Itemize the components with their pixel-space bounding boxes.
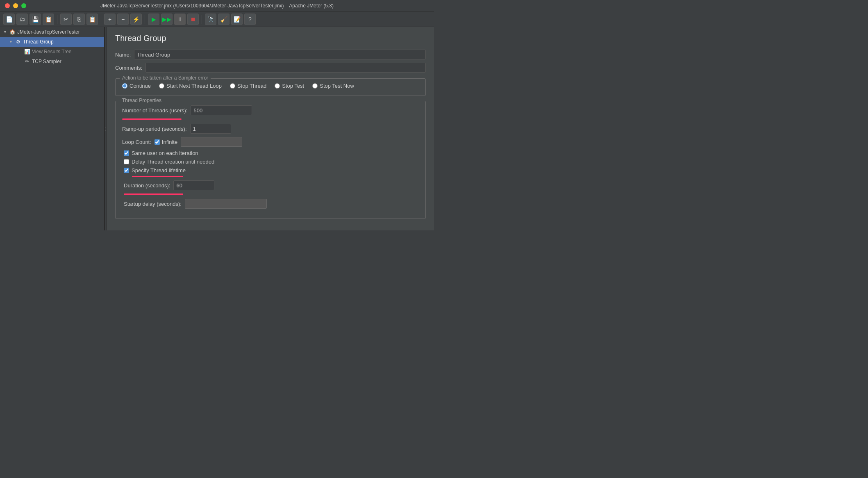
run-button[interactable]: ▶ <box>148 14 159 25</box>
remove-button[interactable]: − <box>117 14 129 25</box>
infinite-checkbox[interactable] <box>155 139 160 145</box>
stop-test-radio[interactable] <box>275 83 280 89</box>
same-user-label: Same user on each iteration <box>132 150 198 156</box>
save-as-button[interactable]: 📋 <box>43 14 54 25</box>
sidebar-results-label: View Results Tree <box>32 49 72 55</box>
action-section: Action to be taken after a Sampler error… <box>115 78 426 96</box>
new-button[interactable]: 📄 <box>3 14 15 25</box>
chevron-thread-group: ▼ <box>9 40 13 44</box>
specify-lifetime-label: Specify Thread lifetime <box>132 167 186 173</box>
close-button[interactable] <box>5 3 10 8</box>
delay-thread-checkbox[interactable] <box>124 159 129 164</box>
rampup-label: Ramp-up period (seconds): <box>122 126 187 132</box>
stop-test-now-option[interactable]: Stop Test Now <box>312 83 354 89</box>
sidebar-thread-group-label: Thread Group <box>23 39 54 45</box>
start-next-loop-radio[interactable] <box>159 83 164 89</box>
thread-properties-legend: Thread Properties <box>120 98 164 103</box>
stop-thread-option[interactable]: Stop Thread <box>230 83 266 89</box>
add-button[interactable]: + <box>104 14 116 25</box>
toolbar: 📄 🗂 💾 📋 ✂ ⎘ 📋 + − ⚡ ▶ ▶▶ ⏸ ⏹ 🔭 🧹 📝 ? <box>0 11 434 27</box>
loop-count-label: Loop Count: <box>122 139 151 145</box>
maximize-button[interactable] <box>21 3 26 8</box>
separator-2 <box>101 15 101 24</box>
stop-test-label: Stop Test <box>282 83 304 89</box>
paste-button[interactable]: 📋 <box>86 14 98 25</box>
specify-lifetime-option[interactable]: Specify Thread lifetime <box>124 167 419 173</box>
action-radio-group: Continue Start Next Thread Loop Stop Thr… <box>122 83 419 89</box>
sidebar-item-root[interactable]: ▼ 🏠 JMeter-JavaTcpServerTester <box>0 27 104 37</box>
sidebar-item-tcp-sampler[interactable]: ▶ ✏ TCP Sampler <box>0 57 104 66</box>
sidebar-item-thread-group[interactable]: ▼ ⚙ Thread Group <box>0 37 104 47</box>
same-user-checkbox[interactable] <box>124 150 129 156</box>
thread-group-icon: ⚙ <box>15 39 21 45</box>
lifetime-slider[interactable] <box>132 176 183 177</box>
tcp-icon: ✏ <box>24 58 30 65</box>
results-icon: 📊 <box>24 48 30 55</box>
stop-test-option[interactable]: Stop Test <box>275 83 304 89</box>
save-button[interactable]: 💾 <box>30 14 41 25</box>
separator-3 <box>145 15 145 24</box>
infinite-label: Infinite <box>162 139 177 145</box>
continue-label: Continue <box>130 83 151 89</box>
rampup-input[interactable] <box>190 124 231 134</box>
root-icon: 🏠 <box>9 29 16 35</box>
chevron-root: ▼ <box>3 30 7 34</box>
search-button[interactable]: 🔭 <box>205 14 216 25</box>
delay-thread-label: Delay Thread creation until needed <box>132 159 214 165</box>
same-user-option[interactable]: Same user on each iteration <box>124 150 419 156</box>
sidebar: ▼ 🏠 JMeter-JavaTcpServerTester ▼ ⚙ Threa… <box>0 27 105 230</box>
clear-button[interactable]: 🧹 <box>218 14 229 25</box>
stop-test-now-radio[interactable] <box>312 83 318 89</box>
loop-count-input[interactable] <box>181 137 242 147</box>
window-controls <box>5 3 26 8</box>
window-title: JMeter-JavaTcpServerTester.jmx (/Users/1… <box>100 3 334 9</box>
sidebar-tcp-label: TCP Sampler <box>32 59 61 64</box>
open-button[interactable]: 🗂 <box>16 14 28 25</box>
sidebar-item-view-results[interactable]: ▶ 📊 View Results Tree <box>0 47 104 57</box>
duration-row: Duration (seconds): <box>124 180 419 190</box>
specify-lifetime-checkbox[interactable] <box>124 168 129 173</box>
sidebar-root-label: JMeter-JavaTcpServerTester <box>17 29 80 35</box>
content-area: ▼ 🏠 JMeter-JavaTcpServerTester ▼ ⚙ Threa… <box>0 27 434 230</box>
start-next-loop-option[interactable]: Start Next Thread Loop <box>159 83 222 89</box>
name-row: Name: <box>115 50 426 59</box>
name-label: Name: <box>115 52 131 58</box>
thread-properties-section: Thread Properties Number of Threads (use… <box>115 101 426 219</box>
minimize-button[interactable] <box>13 3 18 8</box>
stop-test-now-label: Stop Test Now <box>320 83 354 89</box>
infinite-check-label[interactable]: Infinite <box>155 139 177 145</box>
name-input[interactable] <box>134 50 426 59</box>
run-no-pause-button[interactable]: ▶▶ <box>161 14 173 25</box>
continue-option[interactable]: Continue <box>122 83 151 89</box>
stop-button[interactable]: ⏹ <box>187 14 199 25</box>
main-panel: Thread Group Name: Comments: Action to b… <box>107 27 434 230</box>
comments-input[interactable] <box>145 63 426 73</box>
comments-label: Comments: <box>115 65 142 71</box>
duration-label: Duration (seconds): <box>124 182 170 189</box>
stop-thread-label: Stop Thread <box>237 83 266 89</box>
startup-delay-row: Startup delay (seconds): <box>124 199 419 209</box>
cut-button[interactable]: ✂ <box>60 14 72 25</box>
help-button[interactable]: ? <box>244 14 256 25</box>
remote-run-button[interactable]: ⏸ <box>174 14 186 25</box>
startup-delay-input[interactable] <box>185 199 267 209</box>
duration-slider[interactable] <box>124 193 183 195</box>
start-next-loop-label: Start Next Thread Loop <box>166 83 222 89</box>
comments-row: Comments: <box>115 63 426 73</box>
threads-input[interactable] <box>191 105 252 115</box>
stop-thread-radio[interactable] <box>230 83 235 89</box>
rampup-row: Ramp-up period (seconds): <box>122 124 419 134</box>
panel-title: Thread Group <box>115 34 426 43</box>
toggle-button[interactable]: ⚡ <box>130 14 142 25</box>
note-button[interactable]: 📝 <box>231 14 243 25</box>
threads-row: Number of Threads (users): <box>122 105 419 115</box>
duration-input[interactable] <box>173 180 214 190</box>
action-legend: Action to be taken after a Sampler error <box>120 75 211 81</box>
continue-radio[interactable] <box>122 83 127 89</box>
threads-slider[interactable] <box>122 118 182 120</box>
loop-count-row: Loop Count: Infinite <box>122 137 419 147</box>
delay-thread-option[interactable]: Delay Thread creation until needed <box>124 159 419 165</box>
startup-delay-label: Startup delay (seconds): <box>124 201 182 207</box>
copy-button[interactable]: ⎘ <box>73 14 85 25</box>
separator-1 <box>57 15 57 24</box>
